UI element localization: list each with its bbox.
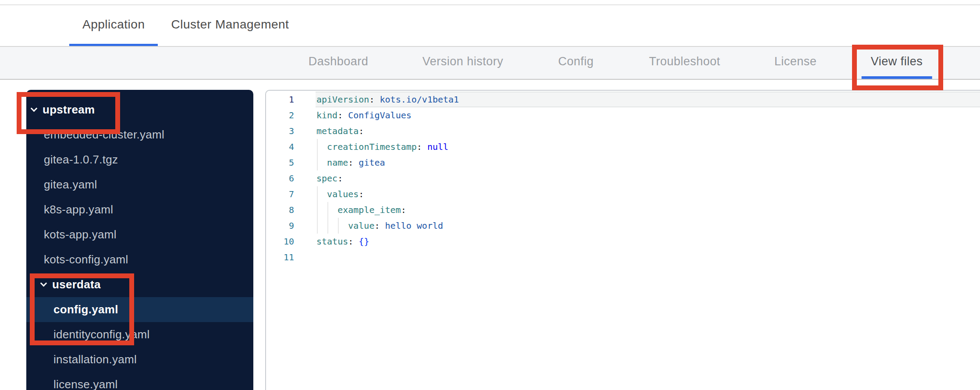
- tab-version-history[interactable]: Version history: [413, 47, 513, 79]
- tab-troubleshoot[interactable]: Troubleshoot: [640, 47, 730, 79]
- line-number: 5: [266, 155, 301, 170]
- tree-item-label: license.yaml: [53, 378, 118, 390]
- chevron-down-icon: [31, 105, 38, 112]
- tab-cluster-management-label: Cluster Management: [171, 18, 289, 32]
- tab-version-history-label: Version history: [423, 55, 504, 68]
- tab-license-label: License: [774, 55, 817, 68]
- tree-file-license.yaml[interactable]: license.yaml: [26, 372, 253, 390]
- line-number: 7: [266, 186, 301, 202]
- tab-cluster-management[interactable]: Cluster Management: [158, 5, 302, 46]
- line-number: 8: [266, 202, 301, 218]
- chevron-down-icon: [40, 280, 47, 287]
- code-text: name: gitea: [316, 155, 385, 170]
- code-text: value: hello world: [316, 218, 443, 234]
- tree-file-k8s-app.yaml[interactable]: k8s-app.yaml: [26, 197, 253, 222]
- tree-item-label: upstream: [43, 103, 95, 117]
- tab-license[interactable]: License: [765, 47, 826, 79]
- code-text: example_item:: [316, 202, 406, 218]
- code-line-9: 9 value: hello world: [266, 218, 980, 234]
- code-line-6: 6spec:: [266, 170, 980, 186]
- tree-file-installation.yaml[interactable]: installation.yaml: [26, 347, 253, 372]
- code-text: metadata:: [316, 123, 364, 139]
- tree-item-label: identityconfig.yaml: [53, 328, 150, 341]
- code-line-2: 2kind: ConfigValues: [266, 107, 980, 123]
- tree-item-label: embedded-cluster.yaml: [44, 128, 164, 142]
- tree-item-label: gitea-1.0.7.tgz: [44, 153, 118, 167]
- tree-item-label: k8s-app.yaml: [44, 203, 113, 216]
- code-line-3: 3metadata:: [266, 123, 980, 139]
- tree-item-label: installation.yaml: [53, 353, 137, 366]
- tab-application-label: Application: [82, 18, 145, 32]
- tree-file-embedded-cluster.yaml[interactable]: embedded-cluster.yaml: [26, 122, 253, 147]
- tree-item-label: gitea.yaml: [44, 178, 97, 191]
- tab-config[interactable]: Config: [549, 47, 603, 79]
- tree-folder-upstream[interactable]: upstream: [26, 97, 253, 122]
- tree-file-identityconfig.yaml[interactable]: identityconfig.yaml: [26, 322, 253, 347]
- code-line-1: 1apiVersion: kots.io/v1beta1: [266, 92, 980, 107]
- code-line-4: 4 creationTimestamp: null: [266, 139, 980, 155]
- line-number: 10: [266, 234, 301, 249]
- code-line-5: 5 name: gitea: [266, 155, 980, 170]
- app-header: Application Cluster Management: [0, 5, 980, 46]
- code-line-8: 8 example_item:: [266, 202, 980, 218]
- line-number: 11: [266, 249, 301, 265]
- line-number: 3: [266, 123, 301, 139]
- tab-view-files-label: View files: [871, 55, 923, 68]
- code-text: values:: [316, 186, 364, 202]
- code-line-10: 10status: {}: [266, 234, 980, 249]
- tab-application[interactable]: Application: [69, 5, 158, 46]
- tab-troubleshoot-label: Troubleshoot: [649, 55, 721, 68]
- tree-file-gitea-1.0.7.tgz[interactable]: gitea-1.0.7.tgz: [26, 147, 253, 172]
- code-text: creationTimestamp: null: [316, 139, 448, 155]
- code-text: status: {}: [316, 234, 369, 249]
- code-text: apiVersion: kots.io/v1beta1: [316, 92, 459, 107]
- line-number: 9: [266, 218, 301, 234]
- tree-file-kots-config.yaml[interactable]: kots-config.yaml: [26, 247, 253, 272]
- tree-item-label: kots-config.yaml: [44, 253, 128, 266]
- tree-file-gitea.yaml[interactable]: gitea.yaml: [26, 172, 253, 197]
- code-line-7: 7 values:: [266, 186, 980, 202]
- tree-item-label: kots-app.yaml: [44, 228, 117, 241]
- tab-dashboard-label: Dashboard: [309, 55, 369, 68]
- tab-view-files[interactable]: View files: [862, 47, 932, 79]
- file-tree: upstreamembedded-cluster.yamlgitea-1.0.7…: [26, 90, 253, 390]
- tab-dashboard[interactable]: Dashboard: [299, 47, 378, 79]
- tree-file-kots-app.yaml[interactable]: kots-app.yaml: [26, 222, 253, 247]
- line-number: 4: [266, 139, 301, 155]
- tree-item-label: config.yaml: [53, 303, 118, 316]
- tree-folder-userdata[interactable]: userdata: [26, 272, 253, 297]
- code-text: kind: ConfigValues: [316, 107, 412, 123]
- tree-item-label: userdata: [52, 278, 101, 291]
- code-line-11: 11: [266, 249, 980, 265]
- line-number: 1: [266, 92, 301, 107]
- code-text: spec:: [316, 170, 343, 186]
- code-lines: 1apiVersion: kots.io/v1beta12kind: Confi…: [266, 92, 980, 265]
- file-viewer-panel: 1apiVersion: kots.io/v1beta12kind: Confi…: [265, 90, 980, 390]
- tab-config-label: Config: [558, 55, 593, 68]
- tree-file-config.yaml[interactable]: config.yaml: [26, 297, 253, 322]
- app-subnav: Dashboard Version history Config Trouble…: [0, 46, 980, 80]
- line-number: 6: [266, 170, 301, 186]
- line-number: 2: [266, 107, 301, 123]
